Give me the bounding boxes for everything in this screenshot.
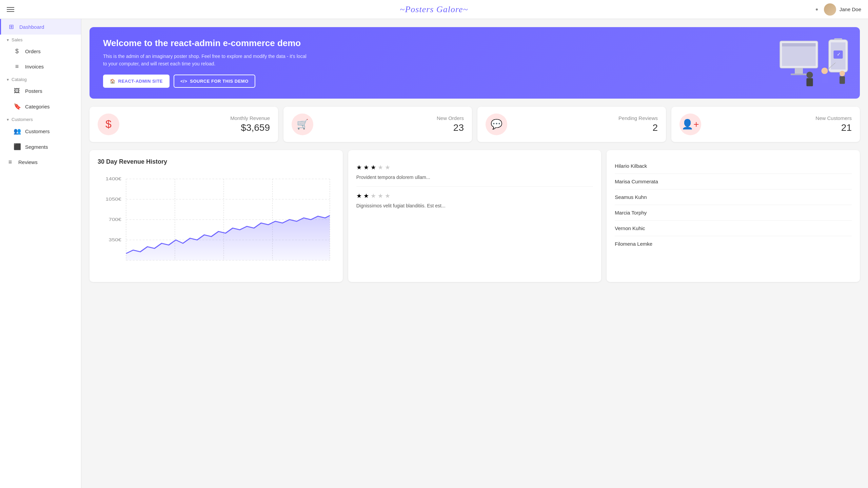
sidebar-item-categories[interactable]: 🔖 Categories	[0, 99, 81, 114]
stat-card-new-customers: 👤+ New Customers 21	[671, 107, 860, 142]
sidebar-label-customers: Customers	[25, 128, 50, 134]
sidebar-label-segments: Segments	[25, 144, 48, 150]
sidebar-label-categories: Categories	[25, 104, 50, 109]
orders-label: New Orders	[320, 115, 464, 121]
banner-illustration: ✓	[772, 27, 853, 99]
sidebar-item-invoices[interactable]: ≡ Invoices	[0, 59, 81, 74]
star-2-2: ★	[363, 192, 369, 199]
main-layout: ⊞ Dashboard ▾ Sales $ Orders ≡ Invoices …	[0, 19, 868, 488]
sidebar-item-orders[interactable]: $ Orders	[0, 44, 81, 59]
sidebar-item-customers[interactable]: 👥 Customers	[0, 123, 81, 139]
categories-icon: 🔖	[14, 103, 20, 110]
review-stars-1: ★ ★ ★ ★ ★	[356, 164, 593, 171]
sidebar-section-sales[interactable]: ▾ Sales	[0, 35, 81, 44]
svg-text:1050€: 1050€	[105, 197, 121, 201]
banner-title: Welcome to the react-admin e-commerce de…	[103, 38, 307, 48]
review-text-1: Provident tempora dolorem ullam...	[356, 174, 593, 181]
sidebar-section-catalog[interactable]: ▾ Catalog	[0, 74, 81, 83]
sidebar-item-segments[interactable]: ⬛ Segments	[0, 139, 81, 155]
user-name: Jane Doe	[840, 6, 861, 12]
customers-icon: 👥	[14, 127, 20, 135]
new-customers-value: 21	[708, 122, 852, 133]
star-empty-2: ★	[385, 164, 390, 171]
svg-point-10	[806, 72, 813, 78]
chart-svg: 1400€ 1050€ 700€ 350€	[98, 172, 335, 274]
customer-item-5[interactable]: Vernon Kuhic	[615, 221, 852, 236]
review-text-2: Dignissimos velit fugiat blanditiis. Est…	[356, 202, 593, 209]
invoices-icon: ≡	[14, 63, 20, 70]
new-customers-info: New Customers 21	[708, 115, 852, 133]
chart-area: 1400€ 1050€ 700€ 350€	[98, 172, 335, 274]
code-icon: </>	[180, 79, 187, 84]
svg-rect-2	[782, 43, 815, 47]
sidebar-item-dashboard[interactable]: ⊞ Dashboard	[0, 19, 81, 35]
svg-rect-11	[806, 78, 813, 86]
customer-item-4[interactable]: Marcia Torphy	[615, 205, 852, 221]
svg-text:350€: 350€	[109, 238, 121, 242]
bottom-row: 30 Day Revenue History	[90, 150, 860, 282]
cart-icon: 🛒	[297, 119, 309, 130]
svg-text:1400€: 1400€	[105, 177, 121, 181]
add-user-icon: 👤+	[682, 119, 699, 130]
posters-icon: 🖼	[14, 87, 20, 95]
source-demo-button[interactable]: </> SOURCE FOR THIS DEMO	[174, 75, 255, 88]
banner-buttons: 🏠 REACT-ADMIN SITE </> SOURCE FOR THIS D…	[103, 75, 307, 88]
revenue-label: Monthly Revenue	[126, 115, 270, 121]
customer-item-2[interactable]: Marisa Cummerata	[615, 174, 852, 189]
dollar-icon: $	[105, 118, 112, 130]
notification-dot	[816, 8, 818, 11]
star-2-empty-1: ★	[371, 192, 376, 199]
revenue-value: $3,659	[126, 122, 270, 133]
stat-card-new-orders: 🛒 New Orders 23	[283, 107, 472, 142]
stats-row: $ Monthly Revenue $3,659 🛒 New Orders 23	[90, 107, 860, 142]
star-2-1: ★	[356, 192, 362, 199]
svg-rect-13	[821, 74, 828, 84]
reviews-info: Pending Reviews 2	[514, 115, 658, 133]
sidebar-section-customers[interactable]: ▾ Customers	[0, 114, 81, 123]
star-empty-1: ★	[378, 164, 383, 171]
stat-card-pending-reviews: 💬 Pending Reviews 2	[477, 107, 666, 142]
sidebar-label-posters: Posters	[25, 88, 42, 94]
svg-text:700€: 700€	[109, 217, 121, 222]
sidebar-label-dashboard: Dashboard	[19, 24, 44, 30]
chart-title: 30 Day Revenue History	[98, 158, 335, 165]
app-title: ~Posters Galore~	[400, 4, 468, 15]
topbar: ~Posters Galore~ Jane Doe	[0, 0, 868, 19]
topbar-left	[7, 7, 14, 12]
customer-item-1[interactable]: Hilario Kilback	[615, 158, 852, 174]
chevron-down-icon: ▾	[7, 38, 9, 42]
customer-item-3[interactable]: Seamus Kuhn	[615, 189, 852, 205]
hamburger-menu[interactable]	[7, 7, 14, 12]
reviews-label: Pending Reviews	[514, 115, 658, 121]
customer-item-6[interactable]: Filomena Lemke	[615, 236, 852, 251]
orders-value: 23	[320, 122, 464, 133]
sidebar-item-posters[interactable]: 🖼 Posters	[0, 83, 81, 99]
star-3: ★	[371, 164, 376, 171]
sidebar-label-reviews: Reviews	[18, 159, 38, 165]
orders-icon-bg: 🛒	[292, 114, 313, 135]
stat-card-monthly-revenue: $ Monthly Revenue $3,659	[90, 107, 278, 142]
sidebar-label-invoices: Invoices	[25, 64, 44, 69]
avatar[interactable]	[824, 3, 836, 16]
review-stars-2: ★ ★ ★ ★ ★	[356, 192, 593, 200]
svg-point-12	[821, 68, 828, 74]
react-admin-site-button[interactable]: 🏠 REACT-ADMIN SITE	[103, 75, 170, 88]
star-2: ★	[363, 164, 369, 171]
svg-rect-16	[840, 76, 845, 84]
review-item-1: ★ ★ ★ ★ ★ Provident tempora dolorem ulla…	[356, 158, 593, 187]
chevron-down-icon-catalog: ▾	[7, 77, 9, 82]
sidebar-label-orders: Orders	[25, 48, 41, 54]
customers-icon-bg: 👤+	[679, 114, 701, 135]
banner-text: Welcome to the react-admin e-commerce de…	[103, 38, 307, 88]
topbar-center: ~Posters Galore~	[400, 4, 468, 15]
orders-icon: $	[14, 48, 20, 55]
reviews-icon-bg: 💬	[486, 114, 507, 135]
main-content: Welcome to the react-admin e-commerce de…	[81, 19, 868, 488]
svg-rect-7	[834, 38, 842, 40]
sidebar-item-reviews[interactable]: ≡ Reviews	[0, 155, 81, 170]
review-item-2: ★ ★ ★ ★ ★ Dignissimos velit fugiat bland…	[356, 187, 593, 215]
topbar-right: Jane Doe	[816, 3, 861, 16]
svg-text:✓: ✓	[837, 52, 841, 57]
star-2-empty-2: ★	[378, 192, 383, 199]
sidebar: ⊞ Dashboard ▾ Sales $ Orders ≡ Invoices …	[0, 19, 81, 488]
